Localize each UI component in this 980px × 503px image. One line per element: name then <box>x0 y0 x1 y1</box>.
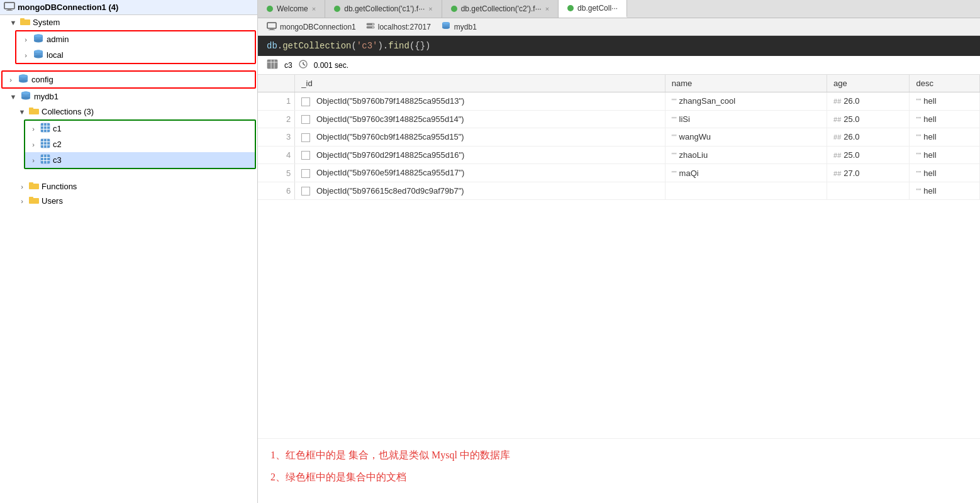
result-grid-icon <box>267 59 278 71</box>
cell-desc: ""hell <box>910 182 980 200</box>
connection-bar: mongoDBConnection1 localhost:27017 <box>258 18 980 36</box>
tab-c2query[interactable]: db.getCollection('c2').f··· × <box>442 0 559 18</box>
sidebar-item-mydb1[interactable]: ▼ mydb1 <box>0 89 257 104</box>
svg-point-52 <box>442 22 450 25</box>
conn-host-label: localhost:27017 <box>378 23 431 31</box>
sidebar-item-config[interactable]: › config <box>3 72 255 87</box>
sidebar-item-collections[interactable]: ▼ Collections (3) <box>0 104 257 119</box>
connection-header[interactable]: mongoDBConnection1 (4) <box>0 0 257 15</box>
tab-welcome[interactable]: Welcome × <box>258 0 325 18</box>
cell-name: ""zhangSan_cool <box>665 92 827 111</box>
table-row: 6 ObjectId("5b976615c8ed70d9c9af79b7") "… <box>258 182 980 200</box>
sidebar-item-system[interactable]: ▼ System <box>0 15 257 30</box>
tab-c3query[interactable]: db.getColl··· <box>559 0 627 18</box>
sidebar-item-users[interactable]: › Users <box>0 194 257 208</box>
type-indicator: "" <box>916 152 921 159</box>
svg-rect-44 <box>269 30 275 30</box>
type-indicator: "" <box>672 116 677 123</box>
tab-close[interactable]: × <box>428 5 432 13</box>
type-indicator: "" <box>672 170 677 177</box>
result-collection-name: c3 <box>284 61 292 70</box>
annotations-area: 1、红色框中的是 集合，也就是类似 Mysql 中的数据库 2、绿色框中的是集合… <box>258 438 980 503</box>
db-icon <box>33 49 44 61</box>
svg-line-59 <box>303 64 305 65</box>
type-indicator: ## <box>833 133 841 141</box>
sidebar-item-label: c2 <box>53 140 62 149</box>
svg-rect-1 <box>8 9 11 10</box>
conn-db-label: mydb1 <box>454 23 477 31</box>
type-indicator: "" <box>916 170 921 177</box>
svg-point-15 <box>19 80 28 83</box>
annotation-1: 1、红色框中的是 集合，也就是类似 Mysql 中的数据库 <box>270 449 967 462</box>
table-row: 4 ObjectId("5b9760d29f148825ca955d16") "… <box>258 146 980 164</box>
conn-connection: mongoDBConnection1 <box>267 22 356 32</box>
svg-rect-23 <box>41 123 50 132</box>
result-time: 0.001 sec. <box>314 61 348 70</box>
server-icon <box>366 21 375 32</box>
cell-id: ObjectId("5b9760e59f148825ca955d17") <box>295 164 665 182</box>
folder-icon <box>29 106 39 117</box>
row-checkbox[interactable] <box>301 169 310 178</box>
cell-age: ##25.0 <box>827 146 910 164</box>
tab-dot <box>334 6 340 12</box>
tab-label: Welcome <box>277 4 308 13</box>
svg-point-20 <box>21 92 30 95</box>
row-num: 6 <box>258 182 295 200</box>
svg-rect-53 <box>267 60 277 69</box>
row-checkbox[interactable] <box>301 133 310 142</box>
row-checkbox[interactable] <box>301 115 310 124</box>
db-icon <box>20 91 31 102</box>
tab-close[interactable]: × <box>312 5 316 13</box>
cell-id: ObjectId("5b976615c8ed70d9c9af79b7") <box>295 182 665 200</box>
expand-arrow: › <box>21 36 30 43</box>
svg-point-51 <box>442 26 450 29</box>
expand-arrow: › <box>29 125 38 133</box>
cell-id: ObjectId("5b9760cb9f148825ca955d15") <box>295 128 665 146</box>
table-row: 3 ObjectId("5b9760cb9f148825ca955d15") "… <box>258 128 980 146</box>
cell-id: ObjectId("5b9760c39f148825ca955d14") <box>295 110 665 128</box>
table-row: 5 ObjectId("5b9760e59f148825ca955d17") "… <box>258 164 980 182</box>
sidebar-item-local[interactable]: › local <box>16 47 255 63</box>
collection-icon <box>40 123 50 135</box>
type-indicator: ## <box>833 170 841 177</box>
tab-close[interactable]: × <box>545 5 549 13</box>
sidebar-item-functions[interactable]: › Functions <box>0 179 257 194</box>
type-indicator: "" <box>672 133 677 141</box>
tab-c1query[interactable]: db.getCollection('c1').f··· × <box>325 0 442 18</box>
svg-rect-22 <box>29 108 33 110</box>
tab-dot <box>451 6 457 12</box>
row-num: 1 <box>258 92 295 111</box>
type-indicator: "" <box>916 133 921 141</box>
tab-dot <box>567 5 574 11</box>
row-num: 3 <box>258 128 295 146</box>
svg-rect-42 <box>267 23 276 28</box>
row-num: 5 <box>258 164 295 182</box>
cell-desc: ""hell <box>910 146 980 164</box>
collection-icon <box>40 138 50 150</box>
svg-point-16 <box>19 75 28 78</box>
tab-label: db.getColl··· <box>577 4 618 13</box>
cell-name <box>665 182 827 200</box>
type-indicator: ## <box>833 152 841 159</box>
sidebar-item-label: c3 <box>53 155 62 165</box>
db-icon <box>441 21 451 32</box>
svg-point-11 <box>34 55 43 58</box>
svg-rect-2 <box>6 10 13 11</box>
sidebar-item-label: Users <box>42 196 63 206</box>
sidebar-item-c3[interactable]: › c3 <box>25 152 255 168</box>
expand-arrow: ▼ <box>9 93 18 101</box>
row-checkbox[interactable] <box>301 151 310 160</box>
type-indicator: "" <box>672 152 677 159</box>
row-checkbox[interactable] <box>301 187 310 196</box>
expand-arrow: › <box>18 183 26 191</box>
sidebar-item-admin[interactable]: › admin <box>16 31 255 47</box>
sidebar: mongoDBConnection1 (4) ▼ System › a <box>0 0 258 503</box>
type-indicator: "" <box>916 187 921 195</box>
expand-arrow: › <box>29 157 38 164</box>
row-checkbox[interactable] <box>301 97 310 106</box>
expand-arrow: ▼ <box>9 19 18 26</box>
tab-label: db.getCollection('c1').f··· <box>344 4 425 13</box>
sidebar-item-c2[interactable]: › c2 <box>25 136 255 152</box>
sidebar-item-c1[interactable]: › c1 <box>25 121 255 136</box>
connection-label: mongoDBConnection1 (4) <box>18 3 118 12</box>
